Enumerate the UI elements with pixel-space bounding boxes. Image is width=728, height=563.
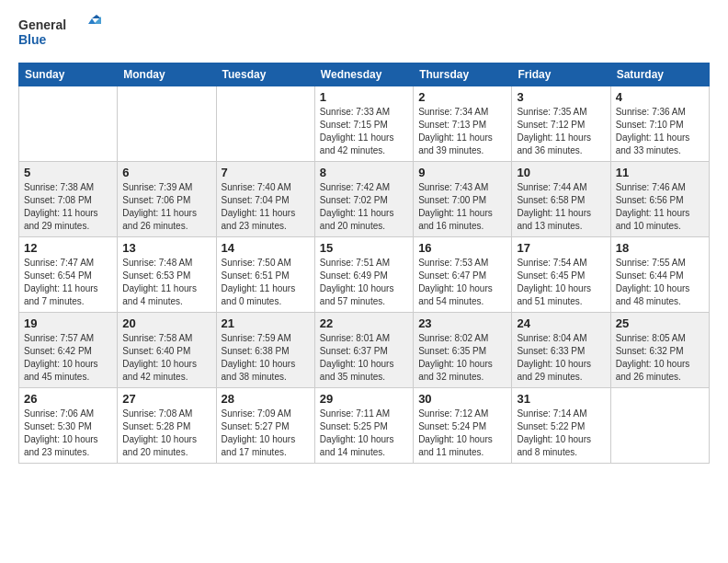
day-number: 17 xyxy=(517,241,605,255)
day-number: 3 xyxy=(517,90,605,104)
calendar-cell: 30Sunrise: 7:12 AM Sunset: 5:24 PM Dayli… xyxy=(414,388,512,464)
calendar-cell: 7Sunrise: 7:40 AM Sunset: 7:04 PM Daylig… xyxy=(216,162,314,237)
calendar-cell: 25Sunrise: 8:05 AM Sunset: 6:32 PM Dayli… xyxy=(610,313,709,388)
day-info: Sunrise: 7:06 AM Sunset: 5:30 PM Dayligh… xyxy=(24,408,112,459)
calendar-cell: 16Sunrise: 7:53 AM Sunset: 6:47 PM Dayli… xyxy=(414,237,512,313)
day-number: 4 xyxy=(616,90,704,104)
calendar-cell xyxy=(118,86,216,162)
day-info: Sunrise: 7:11 AM Sunset: 5:25 PM Dayligh… xyxy=(320,408,408,459)
day-number: 23 xyxy=(418,316,506,330)
logo: General Blue xyxy=(18,15,101,53)
day-number: 6 xyxy=(122,166,210,179)
day-number: 16 xyxy=(418,241,506,255)
calendar-cell: 18Sunrise: 7:55 AM Sunset: 6:44 PM Dayli… xyxy=(610,237,709,313)
logo-svg: General Blue xyxy=(18,15,101,53)
week-row-1: 1Sunrise: 7:33 AM Sunset: 7:15 PM Daylig… xyxy=(19,86,710,162)
day-number: 13 xyxy=(122,241,210,255)
calendar-cell: 22Sunrise: 8:01 AM Sunset: 6:37 PM Dayli… xyxy=(314,313,413,388)
day-info: Sunrise: 7:43 AM Sunset: 7:00 PM Dayligh… xyxy=(418,181,506,233)
calendar: Sunday Monday Tuesday Wednesday Thursday… xyxy=(18,63,710,464)
day-number: 27 xyxy=(122,392,210,406)
week-row-5: 26Sunrise: 7:06 AM Sunset: 5:30 PM Dayli… xyxy=(19,388,710,464)
day-info: Sunrise: 7:48 AM Sunset: 6:53 PM Dayligh… xyxy=(122,257,210,308)
day-info: Sunrise: 7:38 AM Sunset: 7:08 PM Dayligh… xyxy=(24,181,112,233)
calendar-cell: 17Sunrise: 7:54 AM Sunset: 6:45 PM Dayli… xyxy=(512,237,610,313)
day-number: 26 xyxy=(24,392,112,406)
calendar-cell: 10Sunrise: 7:44 AM Sunset: 6:58 PM Dayli… xyxy=(512,162,610,237)
day-info: Sunrise: 7:57 AM Sunset: 6:42 PM Dayligh… xyxy=(24,332,112,384)
calendar-cell: 2Sunrise: 7:34 AM Sunset: 7:13 PM Daylig… xyxy=(414,86,512,162)
day-info: Sunrise: 8:01 AM Sunset: 6:37 PM Dayligh… xyxy=(320,332,408,384)
header-saturday: Saturday xyxy=(610,63,709,86)
header-thursday: Thursday xyxy=(414,63,512,86)
day-number: 10 xyxy=(517,166,605,179)
svg-text:General: General xyxy=(18,17,66,32)
day-info: Sunrise: 7:58 AM Sunset: 6:40 PM Dayligh… xyxy=(122,332,210,384)
calendar-cell: 12Sunrise: 7:47 AM Sunset: 6:54 PM Dayli… xyxy=(19,237,118,313)
day-number: 21 xyxy=(222,316,310,330)
header-wednesday: Wednesday xyxy=(314,63,413,86)
day-number: 11 xyxy=(616,166,704,179)
day-number: 30 xyxy=(418,392,506,406)
calendar-cell: 24Sunrise: 8:04 AM Sunset: 6:33 PM Dayli… xyxy=(512,313,610,388)
day-info: Sunrise: 7:59 AM Sunset: 6:38 PM Dayligh… xyxy=(222,332,310,384)
svg-marker-2 xyxy=(92,15,101,18)
calendar-cell: 14Sunrise: 7:50 AM Sunset: 6:51 PM Dayli… xyxy=(216,237,314,313)
day-info: Sunrise: 7:35 AM Sunset: 7:12 PM Dayligh… xyxy=(517,106,605,157)
day-number: 22 xyxy=(320,316,408,330)
calendar-cell: 21Sunrise: 7:59 AM Sunset: 6:38 PM Dayli… xyxy=(216,313,314,388)
week-row-4: 19Sunrise: 7:57 AM Sunset: 6:42 PM Dayli… xyxy=(19,313,710,388)
calendar-cell: 23Sunrise: 8:02 AM Sunset: 6:35 PM Dayli… xyxy=(414,313,512,388)
day-number: 2 xyxy=(418,90,506,104)
day-info: Sunrise: 7:36 AM Sunset: 7:10 PM Dayligh… xyxy=(616,106,704,157)
header-tuesday: Tuesday xyxy=(216,63,314,86)
calendar-cell: 13Sunrise: 7:48 AM Sunset: 6:53 PM Dayli… xyxy=(118,237,216,313)
day-number: 8 xyxy=(320,166,408,179)
calendar-cell: 3Sunrise: 7:35 AM Sunset: 7:12 PM Daylig… xyxy=(512,86,610,162)
day-info: Sunrise: 7:34 AM Sunset: 7:13 PM Dayligh… xyxy=(418,106,506,157)
day-info: Sunrise: 7:39 AM Sunset: 7:06 PM Dayligh… xyxy=(122,181,210,233)
day-info: Sunrise: 7:08 AM Sunset: 5:28 PM Dayligh… xyxy=(122,408,210,459)
header-friday: Friday xyxy=(512,63,610,86)
svg-marker-4 xyxy=(88,18,96,24)
calendar-cell: 19Sunrise: 7:57 AM Sunset: 6:42 PM Dayli… xyxy=(19,313,118,388)
day-number: 9 xyxy=(418,166,506,179)
svg-text:Blue: Blue xyxy=(18,32,47,47)
calendar-cell: 26Sunrise: 7:06 AM Sunset: 5:30 PM Dayli… xyxy=(19,388,118,464)
calendar-cell xyxy=(216,86,314,162)
day-number: 24 xyxy=(517,316,605,330)
day-info: Sunrise: 7:40 AM Sunset: 7:04 PM Dayligh… xyxy=(222,181,310,233)
day-info: Sunrise: 7:55 AM Sunset: 6:44 PM Dayligh… xyxy=(616,257,704,308)
calendar-cell: 6Sunrise: 7:39 AM Sunset: 7:06 PM Daylig… xyxy=(118,162,216,237)
day-info: Sunrise: 7:42 AM Sunset: 7:02 PM Dayligh… xyxy=(320,181,408,233)
day-number: 7 xyxy=(222,166,310,179)
calendar-cell: 28Sunrise: 7:09 AM Sunset: 5:27 PM Dayli… xyxy=(216,388,314,464)
day-info: Sunrise: 7:44 AM Sunset: 6:58 PM Dayligh… xyxy=(517,181,605,233)
calendar-cell xyxy=(610,388,709,464)
header-sunday: Sunday xyxy=(19,63,118,86)
calendar-cell: 15Sunrise: 7:51 AM Sunset: 6:49 PM Dayli… xyxy=(314,237,413,313)
day-number: 20 xyxy=(122,316,210,330)
day-info: Sunrise: 7:09 AM Sunset: 5:27 PM Dayligh… xyxy=(222,408,310,459)
calendar-cell: 9Sunrise: 7:43 AM Sunset: 7:00 PM Daylig… xyxy=(414,162,512,237)
calendar-cell: 4Sunrise: 7:36 AM Sunset: 7:10 PM Daylig… xyxy=(610,86,709,162)
day-info: Sunrise: 7:12 AM Sunset: 5:24 PM Dayligh… xyxy=(418,408,506,459)
calendar-cell: 1Sunrise: 7:33 AM Sunset: 7:15 PM Daylig… xyxy=(314,86,413,162)
week-row-3: 12Sunrise: 7:47 AM Sunset: 6:54 PM Dayli… xyxy=(19,237,710,313)
day-info: Sunrise: 7:47 AM Sunset: 6:54 PM Dayligh… xyxy=(24,257,112,308)
day-info: Sunrise: 8:04 AM Sunset: 6:33 PM Dayligh… xyxy=(517,332,605,384)
day-number: 18 xyxy=(616,241,704,255)
day-number: 5 xyxy=(24,166,112,179)
weekday-header-row: Sunday Monday Tuesday Wednesday Thursday… xyxy=(19,63,710,86)
day-number: 31 xyxy=(517,392,605,406)
day-info: Sunrise: 7:53 AM Sunset: 6:47 PM Dayligh… xyxy=(418,257,506,308)
day-number: 12 xyxy=(24,241,112,255)
day-number: 29 xyxy=(320,392,408,406)
page: General Blue Sunday Monday Tuesday Wedne… xyxy=(0,0,728,473)
calendar-cell xyxy=(19,86,118,162)
day-number: 25 xyxy=(616,316,704,330)
calendar-cell: 8Sunrise: 7:42 AM Sunset: 7:02 PM Daylig… xyxy=(314,162,413,237)
header: General Blue xyxy=(18,15,710,53)
day-info: Sunrise: 7:46 AM Sunset: 6:56 PM Dayligh… xyxy=(616,181,704,233)
calendar-cell: 31Sunrise: 7:14 AM Sunset: 5:22 PM Dayli… xyxy=(512,388,610,464)
